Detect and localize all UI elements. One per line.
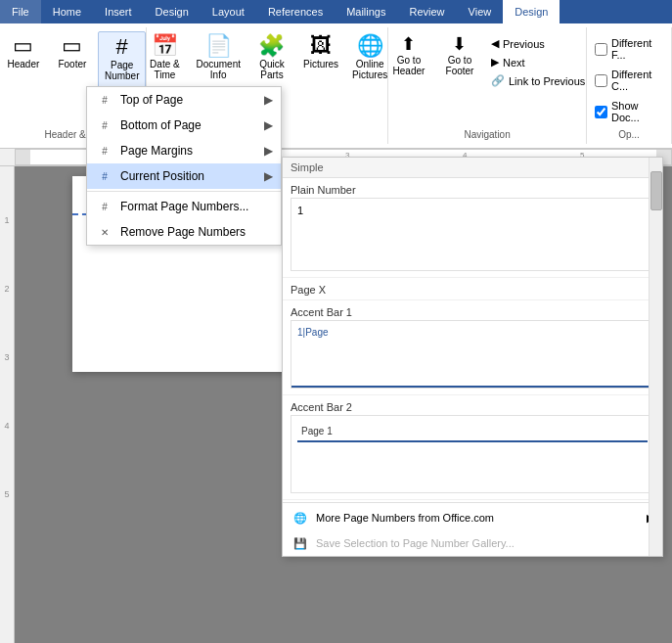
navigation-group-label: Navigation [464, 125, 510, 140]
margin-num-1: 1 [4, 215, 9, 225]
ribbon-tabs-bar: File Home Insert Design Layout Reference… [0, 0, 672, 23]
goto-footer-icon: ⬇ [452, 35, 467, 53]
top-of-page-icon: # [95, 92, 114, 108]
submenu-gallery: Simple Plain Number 1 Page X Accent Bar … [282, 157, 663, 557]
show-doc-checkbox[interactable] [595, 106, 607, 118]
menu-item-format-page-numbers[interactable]: # Format Page Numbers... [87, 194, 281, 219]
next-icon: ▶ [491, 56, 499, 69]
page-margins-label: Page Margins [120, 144, 193, 158]
gallery-item-page-x[interactable]: Page X [283, 278, 662, 300]
top-of-page-arrow: ▶ [264, 93, 273, 107]
goto-footer-button[interactable]: ⬇ Go toFooter [436, 31, 483, 80]
page-margins-icon: # [95, 143, 114, 159]
page-number-label: PageNumber [105, 60, 140, 81]
bottom-of-page-label: Bottom of Page [120, 118, 202, 132]
tab-file[interactable]: File [0, 0, 41, 23]
page-margins-arrow: ▶ [264, 144, 273, 158]
accent-bar-1-decoration [291, 386, 653, 388]
quick-parts-icon: 🧩 [258, 35, 285, 57]
tab-review[interactable]: Review [398, 0, 457, 23]
gallery-item-accent-bar-1[interactable]: Accent Bar 1 1|Page [283, 300, 662, 395]
page-number-icon: # [116, 36, 128, 58]
gallery-item-plain-number[interactable]: Plain Number 1 [283, 178, 662, 278]
accent-bar-2-text: Page 1 [297, 422, 336, 440]
accent-bar-2-title: Accent Bar 2 [291, 401, 654, 413]
margin-num-4: 4 [4, 421, 9, 431]
bottom-of-page-arrow: ▶ [264, 118, 273, 132]
current-position-arrow: ▶ [264, 169, 273, 183]
different-odd-checkbox[interactable] [595, 74, 607, 87]
accent-bar-1-preview: 1|Page [291, 320, 654, 389]
submenu-scrollbar[interactable] [649, 158, 662, 556]
different-first-checkbox[interactable] [595, 43, 607, 56]
menu-divider [87, 191, 281, 192]
tab-references[interactable]: References [256, 0, 335, 23]
options-group: Different F... Different C... Show Doc..… [587, 27, 672, 144]
page-x-title: Page X [291, 284, 654, 296]
tab-layout[interactable]: Layout [201, 0, 256, 23]
format-page-numbers-label: Format Page Numbers... [120, 200, 248, 213]
submenu-header: Simple [283, 158, 662, 178]
tab-insert[interactable]: Insert [93, 0, 144, 23]
document-info-icon: 📄 [205, 35, 232, 57]
pictures-label: Pictures [303, 59, 338, 69]
scroll-thumb[interactable] [650, 171, 662, 210]
header-label: Header [8, 59, 40, 69]
date-time-label: Date &Time [150, 59, 180, 80]
goto-header-label: Go toHeader [393, 55, 426, 76]
navigation-group: ⬆ Go toHeader ⬇ Go toFooter ◀ Previous ▶… [388, 27, 587, 144]
submenu-divider [283, 502, 662, 503]
menu-item-top-of-page[interactable]: # Top of Page ▶ [87, 87, 281, 113]
tab-design[interactable]: Design [144, 0, 201, 23]
more-page-numbers-button[interactable]: 🌐 More Page Numbers from Office.com ▶ [283, 505, 662, 530]
next-button[interactable]: ▶ Next [487, 54, 589, 70]
tab-mailings[interactable]: Mailings [335, 0, 397, 23]
different-first-label: Different F... [611, 37, 663, 61]
menu-item-remove-page-numbers[interactable]: ✕ Remove Page Numbers [87, 219, 281, 245]
plain-number-text: 1 [297, 205, 303, 216]
more-page-numbers-label: More Page Numbers from Office.com [316, 512, 494, 524]
menu-item-current-position[interactable]: # Current Position ▶ [87, 163, 281, 189]
bottom-of-page-icon: # [95, 117, 114, 133]
footer-icon: ▭ [62, 35, 82, 57]
show-doc-label: Show Doc... [611, 100, 663, 123]
menu-item-page-margins[interactable]: # Page Margins ▶ [87, 138, 281, 163]
more-page-numbers-icon: 🌐 [291, 510, 310, 526]
accent-bar-1-title: Accent Bar 1 [291, 306, 654, 318]
quick-parts-label: QuickParts [259, 59, 285, 80]
plain-number-title: Plain Number [291, 184, 654, 196]
tab-view[interactable]: View [457, 0, 504, 23]
pictures-icon: 🖼 [310, 35, 332, 57]
remove-page-numbers-icon: ✕ [95, 224, 114, 240]
context-menu: # Top of Page ▶ # Bottom of Page ▶ # Pag… [86, 86, 282, 246]
link-to-previous-button[interactable]: 🔗 Link to Previous [487, 72, 589, 89]
tab-design-active[interactable]: Design [503, 0, 560, 23]
current-position-icon: # [95, 168, 114, 184]
save-selection-button: 💾 Save Selection to Page Number Gallery.… [283, 530, 662, 556]
different-odd-checkbox-row[interactable]: Different C... [595, 67, 663, 94]
previous-label: Previous [503, 38, 545, 50]
tab-home[interactable]: Home [41, 0, 93, 23]
margin-num-5: 5 [4, 489, 9, 499]
header-icon: ▭ [13, 35, 33, 57]
goto-footer-label: Go toFooter [446, 55, 474, 76]
save-selection-label: Save Selection to Page Number Gallery... [316, 537, 515, 549]
different-first-checkbox-row[interactable]: Different F... [595, 35, 663, 63]
gallery-item-accent-bar-2[interactable]: Accent Bar 2 Page 1 [283, 395, 662, 500]
left-margin: 1 2 3 4 5 [0, 166, 15, 643]
goto-header-button[interactable]: ⬆ Go toHeader [385, 31, 432, 80]
previous-icon: ◀ [491, 37, 499, 50]
previous-button[interactable]: ◀ Previous [487, 35, 589, 52]
format-page-numbers-icon: # [95, 199, 114, 214]
next-label: Next [503, 57, 525, 69]
accent-bar-2-preview: Page 1 [291, 415, 654, 493]
show-doc-checkbox-row[interactable]: Show Doc... [595, 98, 663, 125]
pictures-button[interactable]: 🖼 Pictures [297, 31, 344, 125]
link-icon: 🔗 [491, 74, 505, 87]
accent-bar-1-text: 1|Page [297, 327, 329, 338]
header-button[interactable]: ▭ Header [0, 31, 47, 125]
menu-item-bottom-of-page[interactable]: # Bottom of Page ▶ [87, 113, 281, 138]
document-info-label: DocumentInfo [196, 59, 241, 80]
options-group-label: Op... [618, 125, 640, 140]
top-of-page-label: Top of Page [120, 93, 183, 107]
